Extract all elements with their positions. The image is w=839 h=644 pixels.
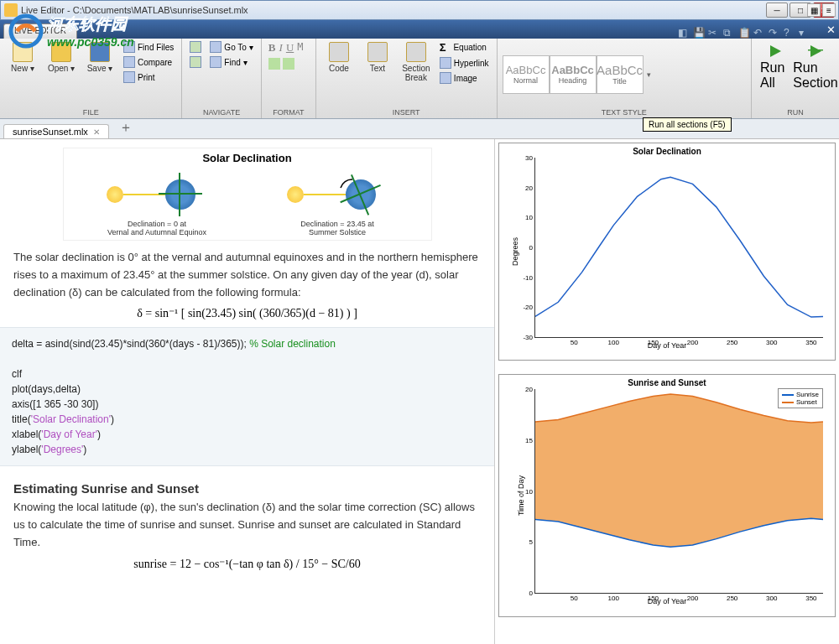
equinox-diagram xyxy=(107,169,207,220)
numlist-button[interactable] xyxy=(283,73,294,85)
section-break-button[interactable]: Section Break xyxy=(399,40,434,84)
qat-copy-icon[interactable]: ⧉ xyxy=(723,27,735,39)
qat-paste-icon[interactable]: 📋 xyxy=(738,27,750,39)
close-tab-icon[interactable]: ✕ xyxy=(93,127,100,137)
nav-up-button[interactable] xyxy=(187,40,204,54)
output-pane: ▦≡ Solar Declination Degrees -30-20-1001… xyxy=(495,139,839,644)
qat-save-icon[interactable]: 💾 xyxy=(693,27,705,39)
svg-rect-2 xyxy=(808,49,823,51)
format-button[interactable] xyxy=(297,58,309,70)
document-tab-label: sunriseSunset.mlx xyxy=(13,127,88,137)
italic-button[interactable]: I xyxy=(279,41,283,55)
list-button[interactable] xyxy=(268,73,280,85)
ribbon-tabstrip: LIVE EDITOR ◧ 💾 ✂ ⧉ 📋 ↶ ↷ ? ▾ ✕ xyxy=(0,20,839,39)
insert-hyperlink-button[interactable]: Hyperlink xyxy=(437,56,492,70)
ribbon-group-run: Run All Run Section RUN xyxy=(752,39,839,118)
indent-button[interactable] xyxy=(297,73,309,85)
save-button[interactable]: Save ▾ xyxy=(82,40,117,75)
comment-button[interactable] xyxy=(268,58,280,70)
tabstrip-close-icon[interactable]: ✕ xyxy=(826,23,836,36)
style-gallery-expand[interactable]: ▾ xyxy=(644,70,655,79)
figure-title: Solar Declination xyxy=(67,152,428,164)
mono-button[interactable]: M xyxy=(297,41,303,55)
style-heading-button[interactable]: AaBbCcHeading xyxy=(550,55,597,94)
find-files-button[interactable]: Find Files xyxy=(121,40,176,54)
qat-redo-icon[interactable]: ↷ xyxy=(769,27,780,39)
insert-text-button[interactable]: Text xyxy=(360,40,395,75)
section-heading[interactable]: Estimating Sunrise and Sunset xyxy=(0,473,494,499)
new-button[interactable]: New ▾ xyxy=(5,40,40,75)
run-section-button[interactable]: Run Section xyxy=(797,40,834,94)
run-all-button[interactable]: Run All xyxy=(757,40,794,94)
svg-marker-1 xyxy=(810,45,821,57)
chart-solar-declination: Solar Declination Degrees -30-20-1001020… xyxy=(498,143,836,361)
underline-button[interactable]: U xyxy=(286,41,294,55)
new-tab-button[interactable]: ＋ xyxy=(112,117,139,138)
qat-cut-icon[interactable]: ✂ xyxy=(708,27,720,39)
ribbon: New ▾ Open ▾ Save ▾ Find Files Compare P… xyxy=(0,39,839,119)
insert-equation-button[interactable]: Σ Equation xyxy=(437,40,492,55)
goto-button[interactable]: Go To ▾ xyxy=(207,40,256,54)
svg-marker-0 xyxy=(770,45,781,57)
print-button[interactable]: Print xyxy=(121,70,176,84)
insert-code-button[interactable]: Code xyxy=(321,40,357,75)
ribbon-group-text-style: AaBbCcNormal AaBbCcHeading AaBbCcTitle ▾… xyxy=(498,39,752,118)
run-all-tooltip: Run all sections (F5) xyxy=(643,117,732,132)
solar-declination-figure: Solar Declination Declination = 0 at Ver… xyxy=(63,148,432,241)
qat-button[interactable]: ? xyxy=(784,27,795,39)
bold-button[interactable]: B xyxy=(268,41,276,55)
ribbon-group-navigate: Go To ▾ Find ▾ NAVIGATE xyxy=(182,39,262,118)
document-pane: Solar Declination Declination = 0 at Ver… xyxy=(0,139,495,644)
qat-button[interactable]: ◧ xyxy=(678,27,690,39)
open-button[interactable]: Open ▾ xyxy=(44,40,79,75)
qat-undo-icon[interactable]: ↶ xyxy=(753,27,765,39)
code-block[interactable]: delta = asind(sind(23.45)*sind(360*(days… xyxy=(0,327,494,466)
app-icon xyxy=(4,3,18,17)
paragraph[interactable]: The solar declination is 0° at the verna… xyxy=(0,249,494,301)
paragraph[interactable]: Knowing the local latitude (φ), the sun'… xyxy=(0,499,494,551)
window-title: Live Editor - C:\Documents\MATLAB\sunris… xyxy=(21,5,764,15)
uncomment-button[interactable] xyxy=(283,58,294,70)
solstice-diagram xyxy=(287,169,388,220)
style-title-button[interactable]: AaBbCcTitle xyxy=(597,55,644,94)
equation[interactable]: δ = sin⁻¹ [ sin(23.45) sin( (360/365)(d … xyxy=(0,306,494,320)
qat-button[interactable]: ▾ xyxy=(799,27,810,39)
style-normal-button[interactable]: AaBbCcNormal xyxy=(503,55,550,94)
equation[interactable]: sunrise = 12 − cos⁻¹(−tan φ tan δ) / 15°… xyxy=(0,557,494,571)
ribbon-group-format: B I U M FORMAT xyxy=(262,39,316,118)
find-button[interactable]: Find ▾ xyxy=(207,55,256,69)
nav-down-button[interactable] xyxy=(187,55,204,69)
editor-content: Solar Declination Declination = 0 at Ver… xyxy=(0,139,839,644)
insert-image-button[interactable]: Image xyxy=(437,71,492,85)
window-titlebar: Live Editor - C:\Documents\MATLAB\sunris… xyxy=(0,0,839,20)
compare-button[interactable]: Compare xyxy=(121,55,176,69)
chart-sunrise-sunset: Sunrise and Sunset Time of Day Sunrise S… xyxy=(498,374,836,617)
ribbon-group-insert: Code Text Section Break Σ Equation Hyper… xyxy=(316,39,498,118)
document-tab[interactable]: sunriseSunset.mlx ✕ xyxy=(3,124,109,138)
minimize-button[interactable]: ─ xyxy=(766,3,788,18)
ribbon-group-file: New ▾ Open ▾ Save ▾ Find Files Compare P… xyxy=(0,39,182,118)
quick-access-toolbar: ◧ 💾 ✂ ⧉ 📋 ↶ ↷ ? ▾ xyxy=(678,27,836,39)
ribbon-tab-live-editor[interactable]: LIVE EDITOR xyxy=(3,23,77,39)
